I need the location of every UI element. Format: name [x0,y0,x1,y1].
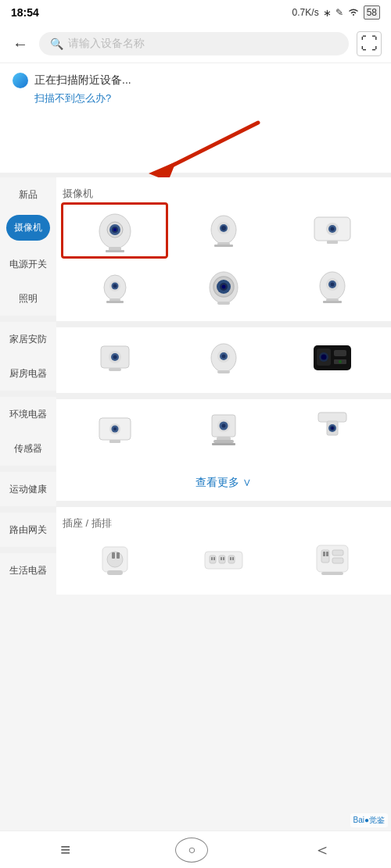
svg-point-30 [221,285,225,289]
svg-marker-1 [149,162,176,177]
sidebar-item-env[interactable]: 环境电器 [0,397,56,431]
scan-button[interactable]: ⛶ [357,31,382,56]
search-bar: ← 🔍 请输入设备名称 ⛶ [0,25,391,63]
sidebar: 新品 摄像机 电源开关 照明 家居安防 厨房电器 环境 [0,177,56,595]
sidebar-item-camera[interactable]: 摄像机 [3,212,53,244]
svg-point-54 [339,360,342,363]
svg-rect-66 [212,443,235,445]
env-device-3[interactable] [281,404,385,457]
svg-rect-14 [214,245,233,247]
sidebar-divider-2 [0,391,56,397]
sidebar-item-living[interactable]: 生活电器 [0,553,56,588]
svg-rect-59 [109,440,120,443]
section-divider-1 [56,321,391,327]
svg-rect-67 [318,413,346,422]
env-device-1[interactable] [63,404,167,457]
scanning-banner: 正在扫描附近设备... 扫描不到怎么办? [0,63,391,115]
content-area: 新品 摄像机 电源开关 照明 家居安防 厨房电器 环境 [0,177,391,595]
scanning-help-link[interactable]: 扫描不到怎么办? [13,91,378,112]
scanning-indicator [13,73,28,88]
svg-point-51 [321,355,327,360]
svg-rect-83 [223,557,224,560]
svg-point-58 [113,427,117,430]
env-device-2[interactable] [171,404,275,457]
svg-rect-47 [217,370,230,373]
security-device-2[interactable] [171,332,275,385]
security-device-3-action[interactable] [281,332,385,385]
wifi-icon [347,7,360,19]
svg-rect-25 [106,301,124,303]
svg-rect-37 [323,301,342,303]
sidebar-item-router[interactable]: 路由网关 [0,513,56,547]
camera-section-title: 摄像机 [63,182,385,204]
plugs-title: 插座 / 插排 [63,512,385,534]
svg-point-63 [221,424,225,428]
svg-rect-86 [232,557,234,560]
svg-point-35 [331,283,335,287]
scanning-status: 正在扫描附近设备... [13,73,378,88]
camera-device-3[interactable] [281,204,385,257]
battery-icon: 58 [364,5,380,20]
plug-device-1[interactable] [63,534,167,587]
camera-row-2 [63,260,385,313]
sidebar-item-security[interactable]: 家居安防 [0,322,56,356]
sidebar-item-power[interactable]: 电源开关 [0,247,56,281]
svg-rect-93 [321,572,343,575]
svg-rect-92 [332,558,343,563]
camera-device-6[interactable] [281,260,385,313]
bottom-spacer [0,595,391,634]
page-wrapper: 18:54 0.7K/s ∗ ✎ 58 ← 🔍 请输入设备名称 [0,0,391,868]
plugs-row-1 [63,534,385,587]
scanning-text: 正在扫描附近设备... [34,73,131,88]
env-section [56,399,391,465]
sidebar-item-sports[interactable]: 运动健康 [0,472,56,506]
sidebar-item-lighting[interactable]: 照明 [0,281,56,316]
svg-rect-85 [230,557,231,560]
plug-device-3[interactable] [281,534,385,587]
plug-device-2[interactable] [171,534,275,587]
section-divider-3 [56,501,391,507]
status-time: 18:54 [11,6,39,19]
svg-point-6 [113,228,117,231]
see-more-button[interactable]: 查看更多 ∨ [56,465,391,501]
svg-point-71 [332,427,334,430]
env-row-1 [63,404,385,457]
svg-rect-82 [221,557,222,560]
back-button[interactable]: ← [9,32,31,56]
nav-home-button[interactable]: ○ [175,838,208,863]
nav-back-button[interactable]: ＜ [298,832,346,868]
svg-rect-31 [217,302,230,305]
security-section [56,327,391,393]
svg-rect-75 [117,552,120,559]
svg-point-18 [331,227,335,231]
search-input-wrap[interactable]: 🔍 请输入设备名称 [39,32,349,55]
security-device-1[interactable] [63,332,167,385]
sidebar-item-kitchen[interactable]: 厨房电器 [0,356,56,391]
bluetooth-icon: ∗ [323,7,332,19]
svg-rect-79 [211,557,213,560]
camera-row-1 [63,204,385,257]
plugs-section: 插座 / 插排 [56,507,391,595]
svg-rect-80 [213,557,215,560]
nav-menu-button[interactable]: ≡ [45,834,86,866]
sidebar-item-sensor[interactable]: 传感器 [0,431,56,466]
sidebar-item-new[interactable]: 新品 [0,177,56,212]
security-row-1 [63,332,385,385]
svg-rect-52 [334,350,346,356]
right-devices-panel: 摄像机 [56,177,391,595]
svg-rect-65 [213,440,234,443]
sidebar-divider-3 [0,466,56,472]
camera-device-2[interactable] [171,204,275,257]
arrow-area [0,115,391,177]
bottom-nav: ≡ ○ ＜ [0,830,391,868]
svg-line-0 [164,123,258,170]
status-icons: 0.7K/s ∗ ✎ 58 [292,5,380,20]
svg-point-12 [221,226,226,230]
svg-rect-74 [112,552,115,559]
camera-device-1[interactable] [63,204,167,257]
camera-device-5[interactable] [171,260,275,313]
search-placeholder: 请输入设备名称 [68,37,145,51]
red-arrow-icon [133,119,274,177]
camera-device-4[interactable] [63,260,167,313]
svg-rect-76 [107,570,123,575]
